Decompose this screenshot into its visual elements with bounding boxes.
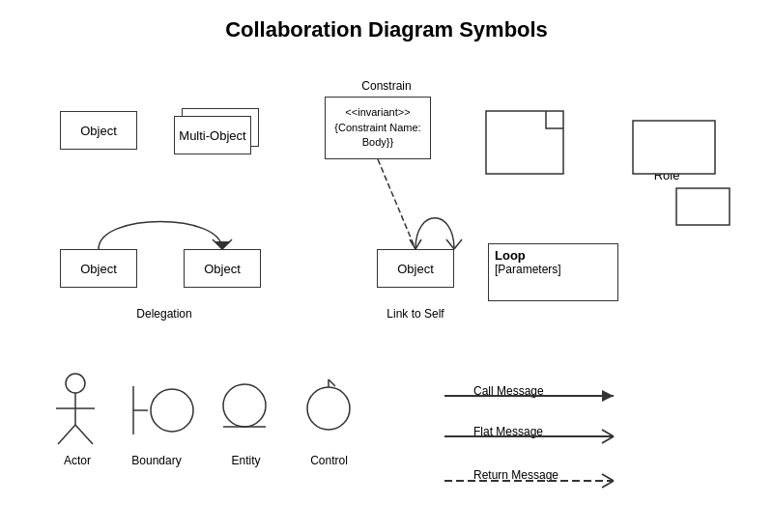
loop-text2: [Parameters] bbox=[495, 263, 612, 276]
assoc-role-label: Association Role bbox=[623, 150, 710, 184]
svg-point-8 bbox=[223, 384, 266, 427]
loop-box: Loop [Parameters] bbox=[488, 243, 618, 301]
object-bottom-left: Object bbox=[60, 249, 137, 288]
control-icon bbox=[295, 372, 362, 449]
entity-label: Entity bbox=[215, 454, 277, 467]
boundary-area bbox=[114, 372, 201, 449]
object-bottom-mid: Object bbox=[184, 249, 261, 288]
svg-marker-13 bbox=[215, 241, 230, 249]
constraint-text: <<invariant>> {Constraint Name: Body}} bbox=[334, 105, 420, 150]
call-message-label: Call Message bbox=[473, 384, 544, 398]
svg-line-14 bbox=[213, 239, 222, 249]
actor-label: Actor bbox=[53, 454, 101, 467]
object-link-self: Object bbox=[377, 249, 454, 288]
svg-line-30 bbox=[602, 474, 614, 481]
constrain-label: Constrain bbox=[338, 79, 435, 93]
actor-icon bbox=[46, 372, 104, 449]
svg-rect-23 bbox=[676, 188, 730, 225]
return-message-label: Return Message bbox=[473, 468, 558, 482]
svg-line-12 bbox=[329, 379, 335, 386]
multi-object-front: Multi-Object bbox=[174, 116, 251, 154]
object-box: Object bbox=[60, 111, 137, 150]
object-label: Object bbox=[80, 124, 117, 138]
flat-message-label: Flat Message bbox=[473, 425, 543, 438]
loop-text1: Loop bbox=[495, 248, 612, 263]
control-area bbox=[295, 372, 362, 449]
delegation-label: Delegation bbox=[106, 307, 222, 321]
svg-line-28 bbox=[602, 436, 614, 443]
svg-line-4 bbox=[75, 425, 93, 444]
entity-icon bbox=[211, 372, 278, 449]
svg-line-20 bbox=[415, 239, 421, 249]
multi-object-label: Multi-Object bbox=[179, 128, 245, 143]
svg-line-16 bbox=[446, 239, 454, 249]
svg-line-27 bbox=[602, 430, 614, 436]
svg-line-15 bbox=[222, 239, 232, 249]
boundary-icon bbox=[114, 372, 201, 449]
actor-area bbox=[46, 372, 104, 459]
svg-line-18 bbox=[378, 159, 415, 249]
svg-point-0 bbox=[66, 374, 85, 393]
object-bottom-mid-label: Object bbox=[204, 262, 241, 276]
control-label: Control bbox=[298, 454, 360, 467]
svg-marker-25 bbox=[602, 390, 614, 402]
assoc-role-text: Association Role bbox=[635, 151, 699, 182]
svg-line-31 bbox=[602, 481, 614, 488]
object-bottom-left-label: Object bbox=[80, 262, 117, 276]
link-to-self-label: Link to Self bbox=[367, 307, 464, 321]
svg-point-10 bbox=[307, 387, 350, 430]
note-label-text: Note bbox=[512, 132, 538, 147]
boundary-label: Boundary bbox=[118, 454, 195, 467]
constraint-box: <<invariant>> {Constraint Name: Body}} bbox=[325, 97, 431, 159]
entity-area bbox=[211, 372, 278, 449]
svg-line-19 bbox=[410, 239, 415, 249]
page-title: Collaboration Diagram Symbols bbox=[0, 17, 773, 42]
object-link-self-label: Object bbox=[397, 262, 434, 276]
svg-line-17 bbox=[454, 239, 462, 249]
svg-point-7 bbox=[151, 389, 193, 432]
svg-line-3 bbox=[58, 425, 75, 444]
